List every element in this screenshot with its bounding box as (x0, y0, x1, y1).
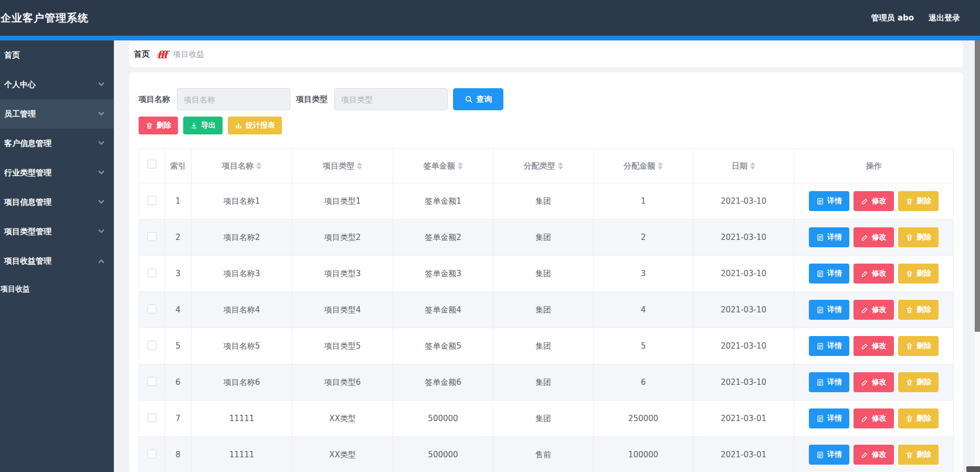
project-name-input[interactable] (177, 88, 290, 110)
detail-button[interactable]: 详情 (809, 336, 849, 356)
sort-caret-icon[interactable] (558, 162, 563, 170)
delete-row-button-label: 删除 (916, 196, 931, 206)
table-cell: 8 (165, 437, 192, 472)
delete-row-button[interactable]: 删除 (898, 264, 939, 284)
row-checkbox[interactable] (147, 341, 156, 350)
sort-caret-icon[interactable] (256, 162, 261, 170)
edit-button[interactable]: 修改 (853, 300, 894, 320)
column-header-7: 操作 (794, 149, 954, 183)
table-cell: 集团 (493, 219, 594, 256)
sidebar-item-label: 项目类型管理 (4, 227, 51, 237)
sort-caret-icon[interactable] (750, 162, 755, 170)
row-checkbox[interactable] (147, 305, 156, 313)
table-cell: 项目类型5 (292, 328, 393, 364)
sort-caret-icon[interactable] (658, 162, 663, 170)
column-header-6[interactable]: 日期 (693, 149, 794, 183)
row-checkbox[interactable] (147, 449, 156, 458)
project-type-input[interactable] (334, 88, 448, 110)
trash-icon (145, 122, 153, 130)
sidebar-item-3[interactable]: 客户信息管理 (0, 129, 114, 158)
detail-button[interactable]: 详情 (809, 445, 849, 465)
row-checkbox[interactable] (147, 377, 156, 386)
detail-button[interactable]: 详情 (809, 408, 849, 428)
column-header-2[interactable]: 项目类型 (292, 149, 393, 183)
pencil-icon (861, 270, 869, 278)
sort-caret-icon[interactable] (458, 162, 463, 170)
report-button[interactable]: 统计报表 (228, 117, 282, 134)
row-checkbox[interactable] (147, 268, 156, 277)
edit-button[interactable]: 修改 (853, 445, 894, 465)
delete-row-button[interactable]: 删除 (898, 408, 939, 428)
sidebar-item-1[interactable]: 个人中心 (0, 70, 114, 99)
delete-row-button[interactable]: 删除 (898, 336, 939, 356)
detail-button[interactable]: 详情 (809, 372, 849, 392)
detail-button[interactable]: 详情 (809, 300, 849, 320)
delete-row-button[interactable]: 删除 (898, 445, 939, 465)
content-card: 项目名称 项目类型 查询 删除 (129, 72, 963, 472)
sidebar-item-label: 项目信息管理 (4, 197, 51, 207)
sidebar-item-6[interactable]: 项目类型管理 (0, 217, 114, 246)
app-title: 企业客户管理系统 (0, 11, 89, 25)
column-header-5[interactable]: 分配金额 (594, 149, 693, 183)
column-header-1[interactable]: 项目名称 (192, 149, 292, 183)
table-cell: 集团 (493, 364, 594, 401)
row-checkbox[interactable] (147, 196, 156, 205)
logout-link[interactable]: 退出登录 (929, 13, 960, 23)
breadcrumb-home-link[interactable]: 首页 (134, 49, 150, 59)
delete-row-button[interactable]: 删除 (898, 300, 939, 320)
delete-row-button[interactable]: 删除 (898, 372, 939, 392)
trash-icon (905, 234, 913, 242)
delete-button[interactable]: 删除 (139, 117, 178, 134)
sidebar-item-4[interactable]: 行业类型管理 (0, 158, 114, 187)
edit-button[interactable]: 修改 (853, 336, 894, 356)
sidebar-item-7[interactable]: 项目收益管理 (0, 246, 114, 276)
edit-button[interactable]: 修改 (853, 372, 894, 392)
detail-button[interactable]: 详情 (809, 264, 849, 284)
table-cell: 5 (594, 328, 693, 364)
sort-caret-icon[interactable] (357, 162, 362, 170)
vertical-scrollbar[interactable] (975, 40, 980, 472)
current-user[interactable]: 管理员 abo (871, 13, 914, 23)
sidebar-item-0[interactable]: 首页 (0, 40, 114, 70)
table-cell: 2021-03-10 (693, 292, 794, 328)
main-content: 首页 fff 项目收益 项目名称 项目类型 查询 (114, 40, 980, 472)
table-cell: 项目类型1 (292, 183, 393, 219)
pencil-icon (861, 379, 869, 386)
edit-button[interactable]: 修改 (853, 191, 894, 211)
row-checkbox[interactable] (147, 232, 156, 241)
chevron-down-icon (98, 169, 104, 174)
table-cell: 项目名称1 (192, 183, 292, 219)
horizontal-scrollbar-thumb[interactable] (966, 466, 980, 472)
search-form: 项目名称 项目类型 查询 (139, 88, 954, 110)
sidebar-item-5[interactable]: 项目信息管理 (0, 187, 114, 217)
delete-row-button[interactable]: 删除 (898, 191, 939, 211)
edit-button[interactable]: 修改 (853, 264, 894, 284)
column-header-4[interactable]: 分配类型 (493, 149, 594, 183)
table-cell: 集团 (493, 401, 594, 437)
query-button[interactable]: 查询 (453, 88, 503, 110)
select-all-checkbox[interactable] (147, 160, 156, 169)
document-icon (816, 197, 824, 205)
delete-row-button[interactable]: 删除 (898, 227, 939, 247)
edit-button-label: 修改 (872, 414, 887, 423)
sidebar-subitem-0[interactable]: 项目收益 (0, 276, 114, 303)
table-cell: 500000 (393, 401, 493, 437)
trash-icon (905, 451, 913, 459)
column-header-label: 分配金额 (624, 161, 655, 171)
delete-row-button-label: 删除 (916, 414, 931, 423)
chevron-up-icon (98, 259, 104, 265)
edit-button[interactable]: 修改 (853, 227, 894, 247)
project-type-label: 项目类型 (296, 95, 328, 104)
edit-button[interactable]: 修改 (853, 408, 894, 428)
vertical-scrollbar-thumb[interactable] (975, 40, 980, 332)
row-checkbox[interactable] (147, 413, 156, 422)
sidebar-item-2[interactable]: 员工管理 (0, 99, 114, 129)
delete-button-label: 删除 (156, 121, 171, 130)
detail-button[interactable]: 详情 (809, 191, 849, 211)
table-cell: 11111 (192, 437, 292, 472)
column-header-3[interactable]: 签单金额 (393, 149, 493, 183)
export-button[interactable]: 导出 (183, 117, 223, 134)
detail-button[interactable]: 详情 (809, 227, 849, 247)
edit-button-label: 修改 (872, 341, 887, 351)
row-actions: 详情修改删除 (794, 328, 954, 364)
